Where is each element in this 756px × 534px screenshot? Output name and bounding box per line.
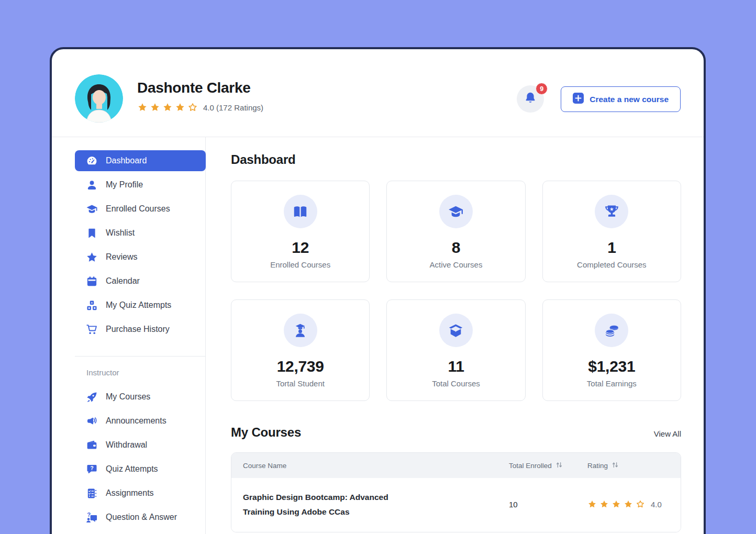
speedometer-icon	[85, 154, 98, 167]
star-outline-icon	[636, 499, 646, 510]
sidebar-item-wishlist[interactable]: Wishlist	[75, 222, 206, 243]
sidebar-item-label: Reviews	[106, 252, 137, 262]
my-courses-table: Course Name Total Enrolled Rating Graphi…	[231, 452, 681, 532]
blocks-icon	[85, 299, 98, 312]
sidebar-item-quiz-attempts[interactable]: ? Quiz Attempts	[75, 459, 206, 480]
avatar	[75, 74, 123, 123]
bell-icon	[524, 91, 537, 107]
stat-value: 12	[231, 239, 369, 257]
stat-label: Active Courses	[387, 260, 525, 269]
instructor-section-label: Instructor	[86, 368, 205, 377]
table-row[interactable]: Graphic Design Bootcamp: Advanced Traini…	[231, 478, 681, 532]
my-courses-title: My Courses	[231, 425, 301, 440]
star-filled-icon	[175, 102, 185, 113]
user-rating: 4.0 (172 Ratings)	[137, 102, 263, 113]
sidebar-item-announcements[interactable]: Announcements	[75, 410, 206, 431]
table-header-row: Course Name Total Enrolled Rating	[231, 453, 681, 478]
notification-badge: 9	[536, 83, 548, 95]
rocket-icon	[85, 391, 98, 403]
sidebar-item-dashboard[interactable]: Dashboard	[75, 150, 206, 171]
svg-text:?: ?	[90, 465, 93, 471]
sidebar-divider	[75, 356, 206, 357]
sidebar-item-label: Assignments	[106, 488, 154, 498]
svg-text:?: ?	[87, 511, 91, 518]
sidebar-item-question-answer[interactable]: ? Question & Answer	[75, 507, 206, 528]
sidebar-nav: Dashboard My Profile Enrolled Courses	[75, 150, 206, 340]
create-new-course-label: Create a new course	[590, 95, 669, 104]
sidebar-item-my-courses[interactable]: My Courses	[75, 386, 206, 407]
stat-card-total-courses: 11 Total Courses	[386, 299, 525, 401]
sidebar-item-withdrawal[interactable]: Withdrawal	[75, 435, 206, 455]
sidebar-item-label: Enrolled Courses	[106, 204, 170, 214]
sidebar-item-my-quiz-attempts[interactable]: My Quiz Attempts	[75, 295, 206, 316]
graduation-cap-icon	[439, 195, 473, 228]
sidebar-item-label: My Profile	[106, 180, 143, 190]
stat-value: 12,739	[231, 358, 369, 375]
star-outline-icon	[187, 102, 198, 113]
stats-grid: 12 Enrolled Courses 8 Active Courses 1 C…	[231, 181, 681, 401]
create-new-course-button[interactable]: Create a new course	[561, 86, 681, 112]
star-filled-icon	[612, 499, 622, 510]
open-book-icon	[284, 195, 317, 228]
stat-label: Total Courses	[387, 379, 525, 388]
sidebar: Dashboard My Profile Enrolled Courses	[52, 137, 206, 534]
stat-value: 8	[387, 239, 525, 257]
stat-card-completed-courses: 1 Completed Courses	[542, 181, 681, 282]
main-content: Dashboard 12 Enrolled Courses 8 Active C…	[206, 137, 704, 534]
sidebar-item-label: Dashboard	[106, 156, 147, 165]
sidebar-item-my-profile[interactable]: My Profile	[75, 174, 206, 195]
sort-icon	[555, 461, 563, 470]
view-all-link[interactable]: View All	[654, 429, 681, 438]
course-name: Graphic Design Bootcamp: Advanced Traini…	[231, 490, 404, 519]
megaphone-icon	[85, 415, 98, 427]
column-header-rating[interactable]: Rating	[587, 461, 681, 470]
star-filled-icon	[624, 499, 634, 510]
stat-label: Enrolled Courses	[231, 260, 369, 269]
sidebar-item-label: My Courses	[106, 392, 150, 402]
question-bubble-icon: ?	[85, 463, 98, 475]
stat-card-total-earnings: $1,231 Total Earnings	[542, 299, 681, 401]
sort-icon	[612, 461, 619, 470]
trophy-icon	[595, 195, 628, 228]
user-info: Dashonte Clarke 4.0 (172 Ratings)	[137, 74, 263, 113]
dashboard-panel: Dashonte Clarke 4.0 (172 Ratings) 9	[50, 47, 706, 534]
stat-card-total-students: 12,739 Tortal Student	[231, 299, 370, 401]
star-filled-icon	[599, 499, 610, 510]
question-answer-icon: ?	[85, 511, 98, 524]
star-filled-icon	[137, 102, 148, 113]
sidebar-item-label: Calendar	[106, 276, 140, 286]
course-rating: 4.0	[587, 499, 681, 510]
stat-card-enrolled-courses: 12 Enrolled Courses	[231, 181, 370, 282]
calendar-icon	[85, 275, 98, 287]
cart-icon	[85, 323, 98, 336]
stat-card-active-courses: 8 Active Courses	[386, 181, 525, 282]
sidebar-item-label: Wishlist	[106, 228, 135, 238]
header: Dashonte Clarke 4.0 (172 Ratings) 9	[52, 49, 704, 137]
plus-square-icon	[573, 93, 584, 106]
sidebar-item-assignments[interactable]: Assignments	[75, 483, 206, 504]
stat-label: Total Earnings	[543, 379, 681, 388]
sidebar-item-label: Purchase History	[106, 325, 170, 334]
sidebar-item-label: Withdrawal	[106, 440, 147, 450]
star-icon	[85, 251, 98, 263]
sidebar-item-enrolled-courses[interactable]: Enrolled Courses	[75, 198, 206, 219]
wallet-icon	[85, 439, 98, 451]
sidebar-item-reviews[interactable]: Reviews	[75, 247, 206, 268]
sidebar-item-purchase-history[interactable]: Purchase History	[75, 319, 206, 340]
sidebar-item-label: Quiz Attempts	[106, 464, 158, 474]
student-icon	[284, 314, 317, 347]
sidebar-item-calendar[interactable]: Calendar	[75, 271, 206, 292]
stat-label: Completed Courses	[543, 260, 681, 269]
sidebar-instructor-nav: My Courses Announcements Withdrawal	[75, 386, 206, 528]
rating-value: 4.0	[651, 500, 662, 509]
checklist-icon	[85, 487, 98, 499]
notifications-button[interactable]: 9	[517, 85, 544, 113]
sidebar-item-label: Question & Answer	[106, 513, 177, 522]
bookmark-icon	[85, 227, 98, 239]
star-filled-icon	[162, 102, 173, 113]
column-header-course-name: Course Name	[231, 462, 509, 470]
stat-value: $1,231	[543, 358, 681, 375]
course-total-enrolled: 10	[509, 500, 587, 509]
open-box-icon	[439, 314, 473, 347]
column-header-total-enrolled[interactable]: Total Enrolled	[509, 461, 587, 470]
